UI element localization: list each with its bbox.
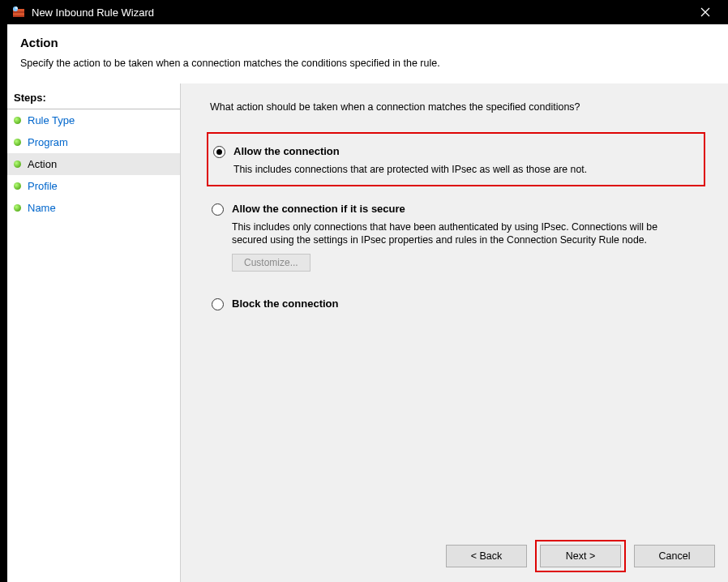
window-title: New Inbound Rule Wizard	[32, 6, 689, 19]
step-bullet-icon	[14, 139, 21, 146]
option-secure-label: Allow the connection if it is secure	[232, 203, 405, 215]
option-block-label: Block the connection	[232, 297, 338, 310]
step-name[interactable]: Name	[7, 197, 180, 219]
next-button[interactable]: Next >	[540, 545, 621, 567]
steps-title: Steps:	[7, 88, 180, 109]
firewall-icon	[12, 6, 25, 19]
radio-allow[interactable]	[213, 146, 225, 158]
option-secure[interactable]: Allow the connection if it is secure	[210, 198, 705, 219]
radio-block[interactable]	[212, 298, 224, 310]
step-profile[interactable]: Profile	[7, 175, 180, 197]
wizard-footer: < Back Next > Cancel	[446, 540, 715, 572]
step-label: Rule Type	[28, 114, 75, 126]
customize-button: Customize...	[232, 254, 310, 272]
cancel-button[interactable]: Cancel	[634, 545, 715, 567]
step-program[interactable]: Program	[7, 131, 180, 153]
back-button[interactable]: < Back	[446, 545, 527, 567]
wizard-window: New Inbound Rule Wizard Action Specify t…	[7, 0, 728, 582]
question-text: What action should be taken when a conne…	[210, 101, 705, 113]
page-title: Action	[20, 36, 715, 49]
step-bullet-icon	[14, 160, 21, 168]
header: Action Specify the action to be taken wh…	[7, 24, 728, 83]
step-bullet-icon	[14, 117, 21, 124]
step-bullet-icon	[14, 204, 21, 212]
option-allow-label: Allow the connection	[233, 145, 340, 157]
steps-sidebar: Steps: Rule Type Program Action Profile …	[7, 83, 181, 582]
step-label: Profile	[28, 180, 58, 192]
main-panel: What action should be taken when a conne…	[181, 83, 728, 582]
content: Steps: Rule Type Program Action Profile …	[7, 83, 728, 582]
option-block[interactable]: Block the connection	[210, 293, 705, 314]
svg-rect-2	[13, 13, 24, 15]
highlight-next-button: Next >	[535, 540, 626, 572]
step-label: Action	[28, 158, 57, 170]
titlebar: New Inbound Rule Wizard	[7, 0, 728, 24]
option-secure-desc: This includes only connections that have…	[232, 220, 670, 247]
step-action[interactable]: Action	[7, 153, 180, 175]
step-label: Name	[28, 202, 56, 214]
option-block-group: Block the connection	[210, 293, 705, 314]
step-bullet-icon	[14, 182, 21, 190]
radio-secure[interactable]	[212, 203, 224, 216]
close-icon	[700, 7, 710, 17]
step-rule-type[interactable]: Rule Type	[7, 109, 180, 131]
step-label: Program	[28, 136, 68, 148]
option-allow[interactable]: Allow the connection	[212, 140, 699, 161]
option-secure-group: Allow the connection if it is secure Thi…	[210, 198, 705, 272]
page-subtitle: Specify the action to be taken when a co…	[20, 58, 715, 69]
option-allow-desc: This includes connections that are prote…	[233, 163, 671, 177]
highlight-allow-option: Allow the connection This includes conne…	[207, 132, 705, 186]
close-button[interactable]	[689, 0, 722, 24]
